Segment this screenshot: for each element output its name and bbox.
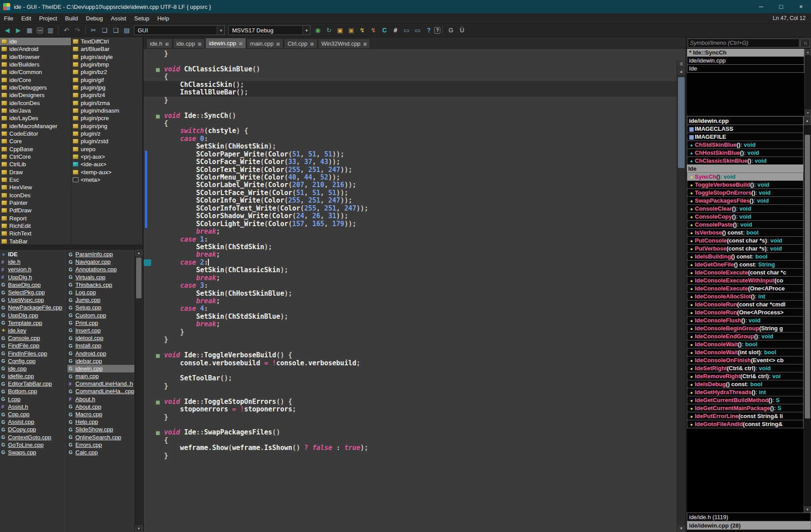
file-link[interactable]: Custom.cpp xyxy=(75,312,106,319)
browse-www-icon[interactable]: ◉ xyxy=(312,25,323,35)
menu-item[interactable]: Assist xyxy=(107,13,130,23)
file-link[interactable]: idefile.cpp xyxy=(8,373,34,379)
file-link[interactable]: Cpp.cpp xyxy=(8,411,29,418)
scroll-down-icon[interactable]: ▼ xyxy=(804,506,811,513)
package-item[interactable]: IconDes xyxy=(0,192,71,199)
package-item[interactable]: ide/Common xyxy=(0,68,71,76)
menu-item[interactable]: File xyxy=(0,13,17,23)
file-item[interactable]: ContextGoto.cpp xyxy=(0,434,67,441)
file-link[interactable]: Assist.h xyxy=(8,403,28,410)
file-item[interactable]: IDE xyxy=(0,250,67,258)
package-item[interactable]: plugin/pcre xyxy=(71,114,142,122)
package-item[interactable]: RichEdit xyxy=(0,222,71,230)
file-link[interactable]: idebar.cpp xyxy=(75,358,102,364)
preprocessor-icon[interactable]: # xyxy=(390,25,401,35)
editor-tab[interactable]: Win32Wnd.cpp ▦ xyxy=(318,39,371,48)
back-icon[interactable]: ◀ xyxy=(2,25,13,35)
file-link[interactable]: Virtuals.cpp xyxy=(75,274,106,281)
file-link[interactable]: ContextGoto.cpp xyxy=(8,434,51,441)
help-topics-icon[interactable]: ? xyxy=(434,27,440,34)
package-item[interactable]: Report xyxy=(0,215,71,222)
package-item[interactable]: ide/Designers xyxy=(0,91,71,99)
navigator-item[interactable]: ChClassicSkinBlue () : void xyxy=(687,156,803,165)
file-list-scrollbar[interactable]: ▲ ▼ xyxy=(135,250,142,532)
package-item[interactable]: ide/Java xyxy=(0,107,71,114)
scroll-up-icon[interactable]: ▲ xyxy=(135,250,142,256)
scroll-up-icon[interactable]: ▲ xyxy=(677,68,686,75)
file-item[interactable]: idefile.cpp xyxy=(0,372,67,380)
copy-icon[interactable]: ❏ xyxy=(99,25,110,35)
editor-tab[interactable]: main.cpp ▦ xyxy=(247,39,283,48)
file-link[interactable]: SlideShow.cpp xyxy=(75,426,113,433)
navigator-item[interactable]: IdePutErrorLine (const String& li xyxy=(687,412,803,420)
file-item[interactable]: Annotations.cpp xyxy=(67,266,134,273)
package-item[interactable]: plugin/jpg xyxy=(71,84,142,91)
display-columns-icon[interactable]: ▥ xyxy=(45,25,56,35)
package-item[interactable]: Esc xyxy=(0,176,71,184)
file-item[interactable]: Assist.h xyxy=(0,403,67,411)
navigator-item[interactable]: IMAGEFILE xyxy=(687,133,803,141)
file-item[interactable]: ParamInfo.cpp xyxy=(67,250,134,258)
package-item[interactable]: ide/Builders xyxy=(0,61,71,68)
navigator-item[interactable]: ConsolePaste () : void xyxy=(687,220,803,229)
package-item[interactable]: ide/Browser xyxy=(0,53,71,61)
navigator-item[interactable]: PutConsole (const char *s) : void xyxy=(687,236,803,245)
navigator-item[interactable]: IdeConsoleWait () : bool xyxy=(687,340,803,348)
file-item[interactable]: Assist.cpp xyxy=(0,418,67,426)
navigator-item[interactable]: ConsoleClear () : void xyxy=(687,204,803,213)
scope-title[interactable]: ide/idewin.cpp xyxy=(687,116,803,125)
file-item[interactable]: idewin.cpp xyxy=(67,365,134,372)
navigator-item[interactable]: IdeIsDebug () const : bool xyxy=(687,380,803,388)
editor-scrollbar[interactable]: ≡ ▲ ▼ xyxy=(677,60,686,532)
file-link[interactable]: UppWspc.cpp xyxy=(8,297,44,303)
cut-icon[interactable]: ✂ xyxy=(88,25,99,35)
file-item[interactable]: Jump.cpp xyxy=(67,296,134,304)
package-item[interactable]: TabBar xyxy=(0,238,71,245)
package-item[interactable]: plugin/png xyxy=(71,122,142,130)
package-item[interactable]: ide/Debuggers xyxy=(0,84,71,91)
screen-icon[interactable]: ▭ xyxy=(401,25,412,35)
navigator-item[interactable]: IdeConsoleBeginGroup (String g xyxy=(687,324,803,332)
build-package-icon[interactable]: ▣ xyxy=(334,25,345,35)
paste-icon[interactable]: ❑ xyxy=(110,25,121,35)
package-item[interactable]: CodeEditor xyxy=(0,130,71,137)
file-link[interactable]: About.h xyxy=(75,396,95,403)
chevron-down-icon[interactable]: ▾ xyxy=(217,26,224,35)
file-item[interactable]: Thisbacks.cpp xyxy=(67,281,134,289)
refresh-icon[interactable]: ↻ xyxy=(323,25,334,35)
file-link[interactable]: Assist.cpp xyxy=(8,419,34,425)
file-link[interactable]: UppDlg.h xyxy=(8,274,32,281)
file-link[interactable]: ide.cpp xyxy=(8,365,27,372)
redo-icon[interactable]: ↷ xyxy=(72,25,83,35)
scroll-down-icon[interactable]: ▼ xyxy=(677,524,686,532)
file-link[interactable]: Insert.cpp xyxy=(75,327,101,334)
scrollbar-thumb[interactable] xyxy=(678,77,685,168)
package-item[interactable]: <temp-aux> xyxy=(71,168,142,176)
package-item[interactable]: plugin/gif xyxy=(71,76,142,84)
package-item[interactable]: ide/IconDes xyxy=(0,99,71,107)
file-link[interactable]: Annotations.cpp xyxy=(75,266,117,273)
file-link[interactable]: Template.cpp xyxy=(8,320,42,326)
navigator-item[interactable]: IdeGetCurrentMainPackage () : S xyxy=(687,404,803,412)
menu-item[interactable]: Build xyxy=(61,13,82,23)
history-item[interactable]: * Ide::SyncCh xyxy=(687,49,804,57)
navigator-item[interactable]: IMAGECLASS xyxy=(687,125,803,133)
file-item[interactable]: Errors.cpp xyxy=(67,441,134,449)
package-item[interactable]: ide/Android xyxy=(0,45,71,53)
navigator-item[interactable]: IdeGetOneFile () const : String xyxy=(687,260,803,269)
history-item[interactable]: ide/idewin.cpp xyxy=(687,56,804,65)
file-item[interactable]: Bottom.cpp xyxy=(0,387,67,395)
position-item[interactable]: ide/ide.h (1119) xyxy=(687,512,811,521)
file-item[interactable]: Macro.cpp xyxy=(67,411,134,418)
file-item[interactable]: SlideShow.cpp xyxy=(67,426,134,433)
navigator-item[interactable]: IdeSetRight (Ctrl& ctrl) : void xyxy=(687,364,803,372)
navigator-item[interactable]: PutVerbose (const char *s) : void xyxy=(687,244,803,253)
scroll-up-icon[interactable]: ▲ xyxy=(805,49,811,55)
debug-icon[interactable]: ↯ xyxy=(357,25,368,35)
print-icon[interactable]: ▤ xyxy=(121,25,132,35)
file-link[interactable]: Setup.cpp xyxy=(75,304,102,311)
file-link[interactable]: Thisbacks.cpp xyxy=(75,282,112,288)
menu-item[interactable]: Edit xyxy=(17,13,35,23)
package-item[interactable]: plugin/zstd xyxy=(71,137,142,145)
file-link[interactable]: t.cpp xyxy=(8,396,20,403)
